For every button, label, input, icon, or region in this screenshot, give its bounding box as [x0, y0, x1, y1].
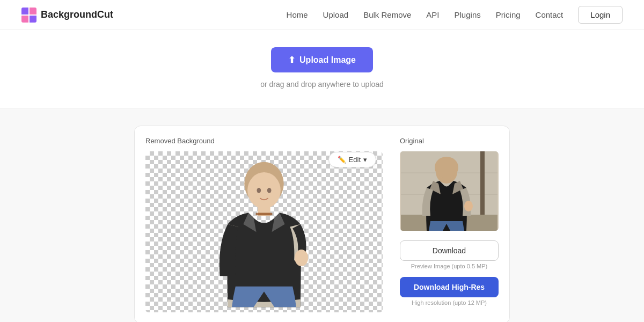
nav-item-api[interactable]: API — [426, 10, 439, 19]
edit-label: Edit — [349, 156, 361, 164]
chevron-down-icon: ▾ — [363, 156, 367, 164]
download-hint: Preview Image (upto 0.5 MP) — [411, 263, 487, 269]
nav-item-pricing[interactable]: Pricing — [496, 10, 521, 19]
pencil-icon: ✏️ — [338, 156, 346, 164]
upload-button-label: Upload Image — [299, 55, 356, 65]
removed-bg-title: Removed Background — [145, 137, 383, 145]
login-button[interactable]: Login — [578, 6, 623, 24]
download-button[interactable]: Download — [400, 240, 499, 261]
hires-hint: High resolution (upto 12 MP) — [412, 299, 487, 306]
svg-point-14 — [435, 157, 458, 178]
removed-bg-panel: Removed Background — [135, 126, 391, 322]
download-hires-button[interactable]: Download High-Res — [400, 277, 499, 297]
logo-icon — [21, 8, 36, 23]
nav-item-plugins[interactable]: Plugins — [455, 10, 481, 19]
original-photo — [400, 151, 499, 231]
nav-item-bulk-remove[interactable]: Bulk Remove — [363, 10, 411, 19]
nav-links: Home Upload Bulk Remove API Plugins Pric… — [287, 6, 623, 24]
svg-point-15 — [464, 201, 473, 211]
person-silhouette — [210, 157, 318, 312]
upload-hint: or drag and drop anywhere to upload — [260, 80, 384, 89]
svg-point-1 — [247, 172, 281, 209]
upload-section: ⬆ Upload Image or drag and drop anywhere… — [0, 30, 644, 108]
edit-button[interactable]: ✏️ Edit ▾ — [328, 152, 376, 167]
nav-item-contact[interactable]: Contact — [536, 10, 564, 19]
logo-link[interactable]: BackgroundCut — [21, 8, 113, 23]
svg-rect-3 — [256, 213, 273, 215]
navbar: BackgroundCut Home Upload Bulk Remove AP… — [0, 0, 644, 30]
nav-item-home[interactable]: Home — [287, 10, 308, 19]
svg-rect-12 — [480, 151, 485, 215]
result-card: Removed Background — [134, 126, 510, 322]
svg-point-6 — [267, 188, 272, 193]
svg-point-4 — [295, 250, 308, 266]
checkered-background — [145, 151, 383, 312]
upload-image-button[interactable]: ⬆ Upload Image — [271, 47, 373, 72]
original-photo-svg — [400, 151, 499, 231]
result-section: Removed Background — [0, 108, 644, 322]
nav-item-upload[interactable]: Upload — [323, 10, 349, 19]
logo-text: BackgroundCut — [41, 9, 113, 20]
original-title: Original — [400, 137, 499, 145]
svg-point-5 — [257, 188, 261, 193]
upload-icon: ⬆ — [288, 55, 295, 65]
original-panel: Original — [391, 126, 509, 322]
